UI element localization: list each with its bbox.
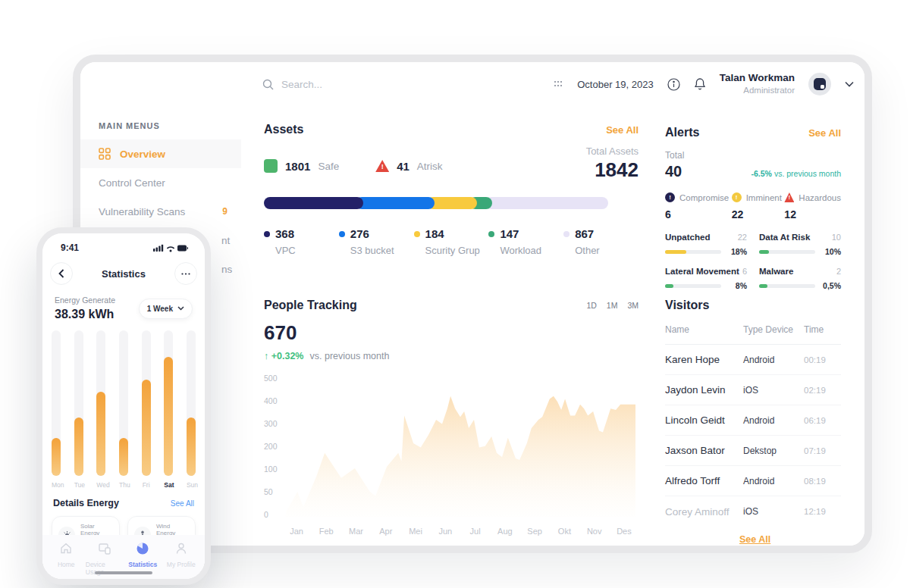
back-button[interactable] [50, 262, 73, 285]
pie-icon [136, 542, 149, 558]
segment-scurity-grup [427, 197, 478, 209]
x-axis-label: Nov [583, 527, 606, 536]
sidebar-item-control-center[interactable]: Control Center [80, 168, 241, 197]
alert-stat-unpatched: Unpatched2218% [665, 233, 747, 256]
legend-dot [414, 231, 420, 237]
y-axis-label: 50 [264, 487, 281, 496]
more-button[interactable] [174, 262, 197, 285]
legend-value: 147 [500, 227, 519, 240]
stat-percent: 18% [727, 247, 747, 256]
sidebar-item-vulnerability-scans[interactable]: Vulnerability Scans9 [80, 197, 241, 226]
period-3m[interactable]: 3M [627, 301, 639, 310]
x-axis-label: Mar [345, 527, 368, 536]
nav-item-my-profile[interactable]: My Profile [162, 542, 200, 579]
alerts-delta: -6.5% vs. previous month [752, 169, 841, 178]
phone-page-title: Statistics [102, 268, 146, 280]
period-1d[interactable]: 1D [586, 301, 596, 310]
visitor-name: Lincoln Geidt [665, 414, 743, 426]
period-1m[interactable]: 1M [607, 301, 618, 310]
nav-label: My Profile [167, 561, 196, 568]
sidebar-item-overview[interactable]: Overview [80, 139, 241, 168]
stat-percent: 0,5% [821, 281, 841, 290]
stat-label: Data At Risk [759, 233, 810, 242]
user-name: Talan Workman [720, 72, 795, 85]
ellipsis-icon [181, 273, 190, 275]
badge-value: 12 [784, 208, 841, 220]
search-input[interactable] [281, 79, 448, 90]
avatar[interactable] [808, 73, 831, 95]
segment-s3-bucket [356, 197, 435, 209]
stat-label: Malware [759, 267, 793, 276]
alert-badge-imminent: !Imminent22 [732, 192, 782, 220]
drag-handle-icon[interactable] [554, 81, 563, 87]
stat-count: 2 [836, 267, 841, 276]
alerts-title: Alerts [665, 126, 699, 139]
bell-icon[interactable] [694, 77, 706, 91]
people-title: People Tracking [264, 299, 357, 312]
period-dropdown[interactable]: 1 Week [139, 299, 193, 319]
alert-stat-data-at-risk: Data At Risk1010% [759, 233, 841, 256]
assets-see-all-link[interactable]: See All [606, 124, 639, 136]
visitors-table-header: NameType DeviceTime [665, 324, 841, 345]
hazard-triangle-icon: ! [784, 192, 794, 202]
sidebar-item-label: ns [221, 264, 232, 275]
user-icon [174, 542, 188, 558]
details-title: Details Energy [53, 498, 119, 508]
visitor-time: 12:19 [804, 507, 841, 516]
screen: October 19, 2023 Talan Workman Administr… [0, 0, 910, 588]
home-indicator[interactable] [95, 571, 152, 574]
column-header-type-device: Type Device [743, 324, 804, 335]
visitors-see-all-link[interactable]: See All [739, 534, 770, 545]
visitors-title: Visitors [665, 299, 709, 312]
column-header-time: Time [804, 324, 841, 335]
legend-item-s3-bucket: 276S3 bucket [339, 227, 414, 256]
nav-item-home[interactable]: Home [47, 542, 85, 579]
table-row: Karen HopeAndroid00:19 [665, 345, 841, 375]
stat-progress-fill [759, 284, 767, 288]
bar-track-fri [142, 330, 151, 476]
segment-vpc [264, 197, 363, 209]
y-axis-label: 500 [264, 374, 281, 383]
nav-label: Statistics [128, 561, 157, 568]
alerts-see-all-link[interactable]: See All [808, 127, 841, 139]
visitor-device: Android [743, 415, 804, 426]
legend-dot [488, 231, 494, 237]
card-label: Solar Energy [80, 523, 113, 536]
energy-summary: Energy Generate 38.39 kWh 1 Week [42, 296, 205, 321]
x-axis-label: Des [613, 527, 635, 536]
info-icon[interactable] [667, 78, 680, 91]
bar-track-tue [74, 330, 83, 476]
safe-count: 1801 [285, 160, 310, 173]
visitor-device: Dekstop [743, 446, 804, 456]
legend-item-workload: 147Workload [488, 227, 563, 256]
chevron-down-icon[interactable] [845, 81, 854, 87]
legend-label: Workload [500, 245, 563, 256]
search-bar [262, 62, 448, 106]
legend-dot [264, 231, 270, 237]
alerts-total-label: Total [665, 150, 841, 161]
bar-fill [119, 438, 128, 476]
alerts-total-value: 40 [665, 163, 682, 180]
day-label-sun: Sun [187, 481, 196, 489]
details-see-all-link[interactable]: See All [171, 499, 194, 508]
table-row: Corey AminoffiOS12:19 [665, 496, 841, 527]
topbar: October 19, 2023 Talan Workman Administr… [80, 62, 864, 106]
visitor-name: Jaxson Bator [665, 445, 743, 456]
visitors-section: Visitors NameType DeviceTime Karen HopeA… [665, 299, 841, 546]
y-axis-label: 100 [264, 464, 281, 474]
legend-dot [339, 231, 345, 237]
y-axis-label: 300 [264, 419, 281, 428]
alert-dot-icon: ! [732, 192, 742, 202]
chevron-left-icon [58, 269, 64, 278]
table-row: Jaxson BatorDekstop07:19 [665, 436, 841, 466]
period-switcher: 1D1M3M [586, 301, 639, 310]
badge-value: 6 [665, 208, 729, 220]
y-axis-label: 200 [264, 442, 281, 451]
date-label: October 19, 2023 [577, 79, 653, 90]
alerts-badges: !Compromise6!Imminent22!Hazardous12 [665, 192, 841, 220]
visitor-time: 08:19 [804, 477, 841, 486]
legend-item-vpc: 368VPC [264, 227, 339, 256]
table-row: Jaydon LeviniOS02:19 [665, 375, 841, 405]
x-axis-labels: JanFebMarAprMeiJunJulAugSepOktNovDes [285, 527, 635, 536]
column-header-name: Name [665, 324, 743, 335]
